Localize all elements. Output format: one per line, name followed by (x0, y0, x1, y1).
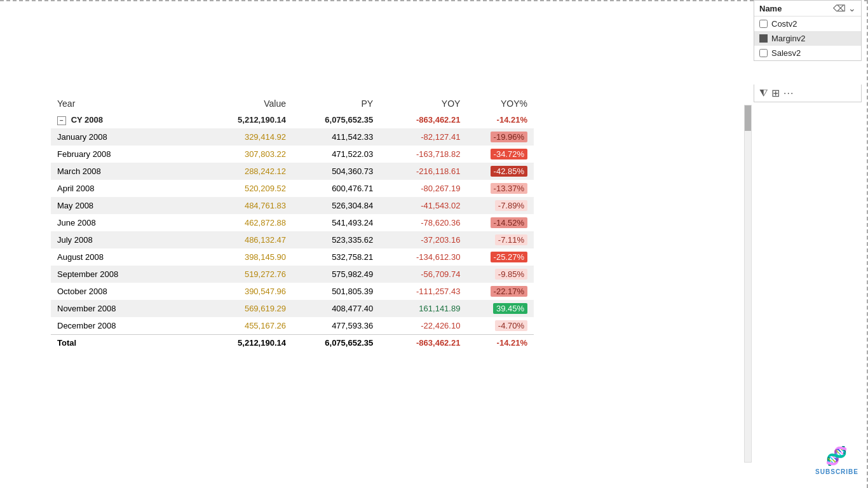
month-yoypct: -7.11% (466, 231, 534, 248)
month-label: December 2008 (51, 317, 198, 335)
subscribe-badge[interactable]: 🧬 SUBSCRIBE (815, 444, 858, 475)
month-value: 519,272.76 (198, 266, 292, 283)
field-item-salesv2[interactable]: Salesv2 (754, 46, 861, 60)
month-py: 411,542.33 (292, 128, 379, 146)
total-value: 5,212,190.14 (198, 334, 292, 351)
month-value: 462,872.88 (198, 214, 292, 231)
field-item-costv2[interactable]: Costv2 (754, 17, 861, 31)
table-row: June 2008 462,872.88 541,493.24 -78,620.… (51, 214, 534, 231)
month-value: 486,132.47 (198, 231, 292, 248)
cy-yoy: -863,462.21 (379, 112, 466, 128)
marginv2-checkbox-filled[interactable] (759, 34, 768, 43)
table-row: September 2008 519,272.76 575,982.49 -56… (51, 266, 534, 283)
col-header-yoypct: YOY% (466, 95, 534, 112)
month-yoy: -41,543.02 (379, 197, 466, 214)
month-value: 484,761.83 (198, 197, 292, 214)
col-header-year: Year (51, 95, 198, 112)
field-panel: Name ⌫ ⌄ Costv2 Marginv2 Salesv2 (754, 0, 862, 61)
table-row: December 2008 455,167.26 477,593.36 -22,… (51, 317, 534, 335)
month-label: May 2008 (51, 197, 198, 214)
field-panel-icons: ⌫ ⌄ (833, 3, 856, 13)
marginv2-label: Marginv2 (771, 34, 805, 43)
salesv2-checkbox[interactable] (759, 49, 768, 57)
month-py: 471,522.03 (292, 146, 379, 163)
month-py: 477,593.36 (292, 317, 379, 335)
month-py: 501,805.39 (292, 283, 379, 300)
month-yoy: -134,612.30 (379, 248, 466, 266)
month-label: October 2008 (51, 283, 198, 300)
month-label: June 2008 (51, 214, 198, 231)
month-value: 390,547.96 (198, 283, 292, 300)
month-yoypct: -4.70% (466, 317, 534, 335)
month-yoy: -37,203.16 (379, 231, 466, 248)
month-label: November 2008 (51, 300, 198, 317)
cy-row: − CY 2008 5,212,190.14 6,075,652.35 -863… (51, 112, 534, 128)
page-wrapper: Name ⌫ ⌄ Costv2 Marginv2 Salesv2 ⧨ ⊞ ··· (0, 0, 868, 488)
col-header-yoy: YOY (379, 95, 466, 112)
costv2-checkbox[interactable] (759, 20, 768, 28)
table-row: October 2008 390,547.96 501,805.39 -111,… (51, 283, 534, 300)
month-label: March 2008 (51, 163, 198, 180)
col-header-value: Value (198, 95, 292, 112)
month-yoypct: -34.72% (466, 146, 534, 163)
table-row: May 2008 484,761.83 526,304.84 -41,543.0… (51, 197, 534, 214)
month-value: 288,242.12 (198, 163, 292, 180)
month-label: July 2008 (51, 231, 198, 248)
table-row: July 2008 486,132.47 523,335.62 -37,203.… (51, 231, 534, 248)
month-yoy: -82,127.41 (379, 128, 466, 146)
grid-icon[interactable]: ⊞ (771, 87, 780, 99)
cy-year: − CY 2008 (51, 112, 198, 128)
cy-py: 6,075,652.35 (292, 112, 379, 128)
month-value: 329,414.92 (198, 128, 292, 146)
month-py: 532,758.21 (292, 248, 379, 266)
month-value: 520,209.52 (198, 180, 292, 197)
scrollbar-track[interactable] (744, 105, 752, 463)
col-header-py: PY (292, 95, 379, 112)
panel-toolbar: ⧨ ⊞ ··· (754, 85, 862, 102)
dna-icon: 🧬 (825, 444, 848, 467)
costv2-label: Costv2 (771, 19, 797, 29)
month-yoypct: -14.52% (466, 214, 534, 231)
month-label: September 2008 (51, 266, 198, 283)
month-value: 455,167.26 (198, 317, 292, 335)
month-yoy: -22,426.10 (379, 317, 466, 335)
month-value: 569,619.29 (198, 300, 292, 317)
month-yoypct: -25.27% (466, 248, 534, 266)
total-row: Total 5,212,190.14 6,075,652.35 -863,462… (51, 334, 534, 351)
month-value: 307,803.22 (198, 146, 292, 163)
table-row: March 2008 288,242.12 504,360.73 -216,11… (51, 163, 534, 180)
month-yoy: -78,620.36 (379, 214, 466, 231)
field-item-marginv2[interactable]: Marginv2 (754, 31, 861, 46)
cy-yoypct: -14.21% (466, 112, 534, 128)
salesv2-label: Salesv2 (771, 48, 801, 58)
month-py: 526,304.84 (292, 197, 379, 214)
month-label: January 2008 (51, 128, 198, 146)
cy-label: CY 2008 (71, 115, 103, 125)
table-row: January 2008 329,414.92 411,542.33 -82,1… (51, 128, 534, 146)
month-py: 541,493.24 (292, 214, 379, 231)
eraser-icon[interactable]: ⌫ (833, 3, 846, 13)
month-yoy: -56,709.74 (379, 266, 466, 283)
month-value: 398,145.90 (198, 248, 292, 266)
month-py: 523,335.62 (292, 231, 379, 248)
month-yoypct: -19.96% (466, 128, 534, 146)
total-yoy: -863,462.21 (379, 334, 466, 351)
month-py: 600,476.71 (292, 180, 379, 197)
ellipsis-icon[interactable]: ··· (783, 88, 794, 99)
month-yoy: -216,118.61 (379, 163, 466, 180)
table-row: February 2008 307,803.22 471,522.03 -163… (51, 146, 534, 163)
month-yoypct: 39.45% (466, 300, 534, 317)
field-panel-title: Name (759, 4, 782, 13)
cy-value: 5,212,190.14 (198, 112, 292, 128)
chevron-down-icon[interactable]: ⌄ (848, 3, 856, 13)
total-yoypct: -14.21% (466, 334, 534, 351)
scrollbar-thumb[interactable] (745, 105, 751, 131)
month-py: 408,477.40 (292, 300, 379, 317)
main-table: Year Value PY YOY YOY% − CY 2008 5,212,1… (51, 95, 534, 351)
month-yoypct: -22.17% (466, 283, 534, 300)
collapse-icon[interactable]: − (57, 116, 66, 125)
filter-icon[interactable]: ⧨ (759, 88, 768, 99)
month-yoy: 161,141.89 (379, 300, 466, 317)
month-yoy: -80,267.19 (379, 180, 466, 197)
month-label: April 2008 (51, 180, 198, 197)
